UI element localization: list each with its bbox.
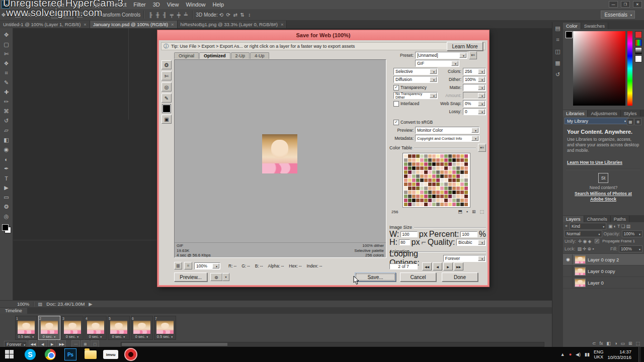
color-swatch[interactable] [424, 203, 428, 206]
layer-thumbnail[interactable] [575, 267, 586, 276]
library-list-view-icon[interactable]: ≣ [634, 118, 641, 125]
width-input[interactable]: 100 [400, 231, 418, 237]
color-swatch[interactable] [456, 158, 460, 162]
color-swatch[interactable] [412, 199, 416, 202]
type-tool[interactable]: T [1, 173, 12, 183]
color-swatch[interactable] [464, 166, 468, 170]
color-swatch[interactable] [424, 162, 428, 166]
eraser-tool[interactable]: ▱ [1, 126, 12, 135]
colors-dropdown[interactable]: 256▼ [463, 68, 486, 75]
color-swatch[interactable] [424, 187, 428, 190]
color-swatch[interactable] [436, 191, 440, 194]
dodge-tool[interactable]: ◐ [1, 154, 12, 164]
color-swatch[interactable] [456, 203, 460, 206]
recording-tray-icon[interactable]: ● [569, 352, 572, 357]
color-swatch[interactable] [416, 154, 420, 158]
frame-duration-dropdown[interactable]: 0 sec. [135, 334, 148, 339]
sfw-zoom-tool[interactable]: ◎ [162, 82, 172, 92]
color-swatch[interactable] [452, 174, 456, 178]
color-swatch[interactable] [448, 174, 452, 178]
color-swatch[interactable] [464, 170, 468, 174]
anim-first-frame-button[interactable]: ◀◀ [422, 262, 432, 270]
color-swatch[interactable] [460, 162, 464, 166]
new-color-icon[interactable]: ⊞ [472, 209, 476, 214]
metadata-dropdown[interactable]: Copyright and Contact Info▼ [415, 135, 479, 142]
color-swatch[interactable] [404, 162, 408, 166]
clone-stamp-tool[interactable]: ⌘ [1, 107, 12, 116]
optimize-menu-icon[interactable]: ▾≡ [469, 51, 477, 59]
color-swatch[interactable] [444, 183, 448, 186]
color-swatch[interactable] [436, 199, 440, 202]
color-swatch[interactable] [460, 178, 464, 182]
frame-duration-dropdown[interactable]: 0 sec. [66, 334, 79, 339]
constrain-link-icon[interactable]: ⌐ [421, 238, 426, 247]
photoshop-taskbar-icon[interactable]: Ps [60, 347, 80, 362]
color-swatch[interactable] [444, 174, 448, 178]
color-swatch[interactable] [412, 166, 416, 170]
color-swatch[interactable] [460, 199, 464, 202]
blend-mode-dropdown[interactable]: Normal [565, 230, 602, 237]
filter-type-layers-icon[interactable]: T [617, 224, 621, 229]
color-swatch[interactable] [428, 191, 432, 194]
color-swatch[interactable] [444, 178, 448, 182]
link-layers-icon[interactable]: ⊂ [592, 341, 596, 346]
delete-color-icon[interactable]: ⬚ [479, 209, 484, 214]
color-swatch[interactable] [412, 178, 416, 182]
spectrum-ramp-icon[interactable] [635, 39, 642, 46]
lock-image-icon[interactable]: ✛ [582, 246, 587, 251]
close-tab-icon[interactable] [171, 22, 174, 27]
align-icon[interactable]: ╪ [175, 12, 182, 18]
close-tab-icon[interactable] [84, 22, 87, 27]
panel-tab[interactable]: Libraries [563, 110, 588, 117]
animation-frame[interactable]: 6 0 sec. [131, 316, 153, 340]
color-swatch[interactable] [452, 170, 456, 174]
clock[interactable]: 14:37 10/03/2016 [607, 349, 631, 360]
color-swatch[interactable] [448, 158, 452, 162]
color-swatch[interactable] [436, 174, 440, 178]
frame-duration-dropdown[interactable]: 0 sec. [112, 334, 125, 339]
color-swatch[interactable] [464, 183, 468, 186]
color-swatch[interactable] [452, 195, 456, 198]
start-button[interactable] [5, 350, 14, 359]
color-swatch[interactable] [432, 195, 436, 198]
menu-item[interactable]: Layer [67, 0, 89, 9]
color-swatch[interactable] [420, 187, 424, 190]
frame-thumbnail[interactable] [87, 321, 104, 334]
mode-icon[interactable]: ⟳ [225, 12, 232, 18]
restore-icon[interactable]: ❐ [621, 1, 630, 8]
align-icon[interactable]: ╫ [154, 12, 161, 18]
color-swatch[interactable] [432, 162, 436, 166]
move-tool[interactable]: ✥ [1, 30, 12, 40]
color-swatch[interactable] [424, 166, 428, 170]
animation-frame[interactable]: 1 0.5 sec. [15, 316, 37, 340]
filter-smart-objects-icon[interactable]: ▤ [626, 224, 631, 229]
percent-input[interactable]: 100 [460, 231, 477, 237]
color-swatch[interactable] [456, 191, 460, 194]
align-icon[interactable]: ╟ [147, 12, 154, 18]
layer-row[interactable]: ◉ Layer 0 copy 2 [563, 254, 644, 265]
menu-item[interactable]: Type [89, 0, 108, 9]
color-swatch[interactable] [436, 166, 440, 170]
close-icon[interactable]: ✕ [633, 1, 642, 8]
adobe-stock-link[interactable]: Search Millions of Photos at Adobe Stock [570, 191, 636, 202]
color-swatch[interactable] [444, 154, 448, 158]
color-swatch[interactable] [436, 203, 440, 206]
show-transform-checkbox[interactable] [77, 12, 83, 18]
color-swatch[interactable] [456, 166, 460, 170]
color-swatch[interactable] [464, 199, 468, 202]
auto-select-dropdown[interactable]: Group [51, 11, 73, 19]
show-desktop-button[interactable] [638, 347, 641, 362]
color-swatch[interactable] [424, 199, 428, 202]
color-swatch[interactable] [448, 191, 452, 194]
color-swatch[interactable] [408, 178, 412, 182]
layer-group-icon[interactable]: ▭ [620, 341, 625, 346]
color-swatch[interactable] [440, 203, 444, 206]
frame-thumbnail[interactable] [133, 321, 150, 334]
color-swatch[interactable] [452, 158, 456, 162]
color-swatch[interactable] [444, 195, 448, 198]
color-swatch[interactable] [408, 154, 412, 158]
color-swatch[interactable] [432, 199, 436, 202]
mode-icon[interactable]: ↕ [246, 12, 253, 18]
color-swatch[interactable] [436, 183, 440, 186]
show-hidden-icons-arrow[interactable]: ▲ [560, 352, 565, 357]
